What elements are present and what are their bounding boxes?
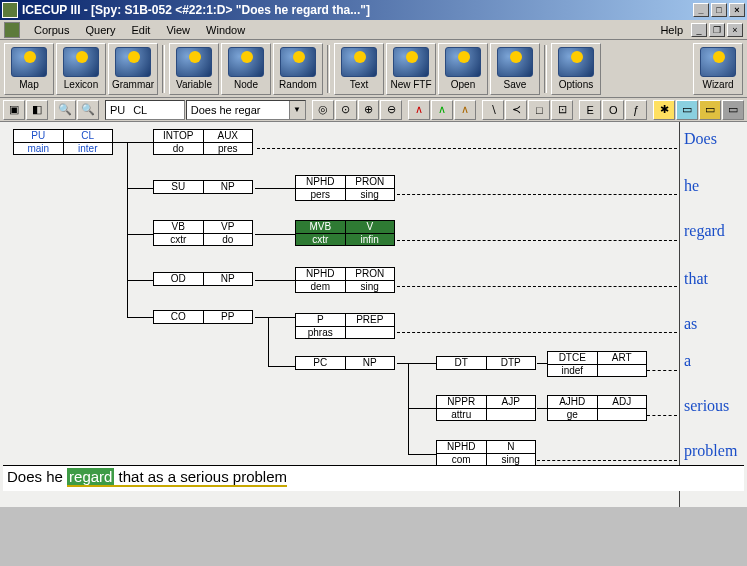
doc-minimize-button[interactable]: _ <box>691 23 707 37</box>
mag1-icon[interactable]: ◎ <box>312 100 334 120</box>
node-intop[interactable]: INTOPAUX dopres <box>153 129 253 155</box>
tree2-icon[interactable]: ≺ <box>505 100 527 120</box>
not-icon[interactable]: ∧ <box>454 100 476 120</box>
newftf-icon <box>393 47 429 77</box>
open-button[interactable]: Open <box>438 43 488 95</box>
window-title: ICECUP III - [Spy: S1B-052 <#22:1:D> "Do… <box>22 3 693 17</box>
node-icon <box>228 47 264 77</box>
word-a: a <box>684 352 691 370</box>
menu-view[interactable]: View <box>158 22 198 38</box>
secondary-toolbar: ▣ ◧ 🔍 🔍 PU CL Does he regar ▼ ◎ ⊙ ⊕ ⊖ ∧ … <box>0 98 747 122</box>
save-button[interactable]: Save <box>490 43 540 95</box>
random-icon <box>280 47 316 77</box>
word-column: Does he regard that as a serious problem <box>679 122 747 507</box>
close-button[interactable]: × <box>729 3 745 17</box>
sentence-display: Does he regard that as a serious problem <box>3 465 744 491</box>
node-pu-cl[interactable]: PUCL maininter <box>13 129 113 155</box>
doc-close-button[interactable]: × <box>727 23 743 37</box>
word-problem: problem <box>684 442 737 460</box>
mag3-icon[interactable]: ⊕ <box>358 100 380 120</box>
o-icon[interactable]: O <box>602 100 624 120</box>
word-regard: regard <box>684 222 725 240</box>
menu-window[interactable]: Window <box>198 22 253 38</box>
options-button[interactable]: Options <box>551 43 601 95</box>
menu-query[interactable]: Query <box>77 22 123 38</box>
lexicon-icon <box>63 47 99 77</box>
node-combo[interactable]: PU CL <box>105 100 185 120</box>
handle-icon[interactable]: ◧ <box>26 100 48 120</box>
node-p-prep[interactable]: PPREP phras <box>295 313 395 339</box>
node-nphd-n[interactable]: NPHDN comsing <box>436 440 536 466</box>
node-dt[interactable]: DTDTP <box>436 356 536 370</box>
map-icon <box>11 47 47 77</box>
maximize-button[interactable]: □ <box>711 3 727 17</box>
random-button[interactable]: Random <box>273 43 323 95</box>
tree-view[interactable]: Does he regard that as a serious problem <box>0 122 747 507</box>
doc-restore-button[interactable]: ❐ <box>709 23 725 37</box>
word-that: that <box>684 270 708 288</box>
dashsel-icon[interactable]: ▣ <box>3 100 25 120</box>
sentence-pre: Does he <box>7 468 67 485</box>
zoomout-icon[interactable]: 🔍 <box>77 100 99 120</box>
text-combo[interactable]: Does he regar ▼ <box>186 100 306 120</box>
main-toolbar: Map Lexicon Grammar Variable Node Random… <box>0 40 747 98</box>
node-button[interactable]: Node <box>221 43 271 95</box>
doc-window-buttons: _ ❐ × <box>691 23 743 37</box>
panel3-icon[interactable]: ▭ <box>722 100 744 120</box>
panel2-icon[interactable]: ▭ <box>699 100 721 120</box>
word-as: as <box>684 315 697 333</box>
options-icon <box>558 47 594 77</box>
node-pc[interactable]: PCNP <box>295 356 395 370</box>
panel1-icon[interactable]: ▭ <box>676 100 698 120</box>
window-buttons: _ □ × <box>693 3 745 17</box>
node-od[interactable]: ODNP <box>153 272 253 286</box>
star-icon[interactable]: ✱ <box>653 100 675 120</box>
node-co[interactable]: COPP <box>153 310 253 324</box>
variable-icon <box>176 47 212 77</box>
tree3-icon[interactable]: □ <box>528 100 550 120</box>
wizard-button[interactable]: Wizard <box>693 43 743 95</box>
zoomin-icon[interactable]: 🔍 <box>54 100 76 120</box>
node-nphd-pron-2[interactable]: NPHDPRON demsing <box>295 267 395 293</box>
node-dtce[interactable]: DTCEART indef <box>547 351 647 377</box>
node-mvb[interactable]: MVBV cxtrinfin <box>295 220 395 246</box>
grammar-icon <box>115 47 151 77</box>
mag4-icon[interactable]: ⊖ <box>380 100 402 120</box>
word-he: he <box>684 177 699 195</box>
open-icon <box>445 47 481 77</box>
sentence-post: that as a serious problem <box>114 468 287 487</box>
node-ajhd[interactable]: AJHDADJ ge <box>547 395 647 421</box>
word-does: Does <box>684 130 717 148</box>
lexicon-button[interactable]: Lexicon <box>56 43 106 95</box>
doc-icon <box>4 22 20 38</box>
fx-icon[interactable]: ƒ <box>625 100 647 120</box>
grammar-button[interactable]: Grammar <box>108 43 158 95</box>
minimize-button[interactable]: _ <box>693 3 709 17</box>
text-button[interactable]: Text <box>334 43 384 95</box>
tree4-icon[interactable]: ⊡ <box>551 100 573 120</box>
app-icon <box>2 2 18 18</box>
or-icon[interactable]: ∧ <box>431 100 453 120</box>
newftf-button[interactable]: New FTF <box>386 43 436 95</box>
menu-bar: Corpus Query Edit View Window Help _ ❐ × <box>0 20 747 40</box>
node-nphd-pron-1[interactable]: NPHDPRON perssing <box>295 175 395 201</box>
sentence-highlight: regard <box>67 468 114 487</box>
text-icon <box>341 47 377 77</box>
wizard-icon <box>700 47 736 77</box>
mag2-icon[interactable]: ⊙ <box>335 100 357 120</box>
menu-help[interactable]: Help <box>652 22 691 38</box>
node-su[interactable]: SUNP <box>153 180 253 194</box>
map-button[interactable]: Map <box>4 43 54 95</box>
variable-button[interactable]: Variable <box>169 43 219 95</box>
title-bar: ICECUP III - [Spy: S1B-052 <#22:1:D> "Do… <box>0 0 747 20</box>
node-nppr[interactable]: NPPRAJP attru <box>436 395 536 421</box>
e-icon[interactable]: E <box>579 100 601 120</box>
chevron-down-icon[interactable]: ▼ <box>289 101 305 119</box>
node-vb[interactable]: VBVP cxtrdo <box>153 220 253 246</box>
menu-edit[interactable]: Edit <box>123 22 158 38</box>
and-icon[interactable]: ∧ <box>408 100 430 120</box>
tree1-icon[interactable]: ∖ <box>482 100 504 120</box>
word-serious: serious <box>684 397 729 415</box>
menu-corpus[interactable]: Corpus <box>26 22 77 38</box>
save-icon <box>497 47 533 77</box>
